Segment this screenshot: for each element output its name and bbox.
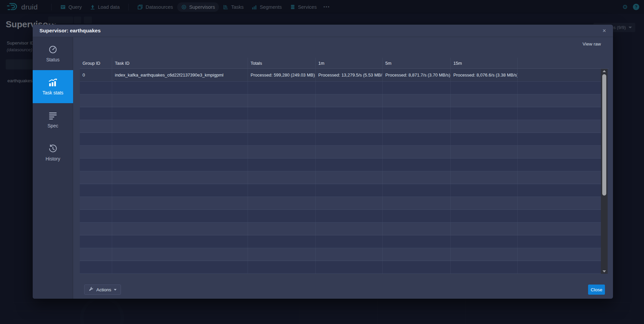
cell-empty bbox=[451, 261, 518, 273]
cell-empty bbox=[383, 261, 451, 273]
cell-empty bbox=[451, 223, 518, 235]
scroll-down-arrow[interactable] bbox=[601, 269, 608, 274]
cell-empty bbox=[451, 197, 518, 209]
cell-empty bbox=[316, 197, 383, 209]
column-header-task-id[interactable]: Task ID bbox=[112, 58, 248, 68]
cell-empty bbox=[316, 82, 383, 94]
cell-empty bbox=[80, 82, 112, 94]
table-row-empty bbox=[80, 107, 601, 120]
column-header-group-id[interactable]: Group ID bbox=[80, 58, 112, 68]
cell-empty bbox=[383, 146, 451, 158]
scroll-up-arrow[interactable] bbox=[601, 69, 608, 73]
cell-empty bbox=[383, 120, 451, 132]
cell-empty bbox=[383, 94, 451, 107]
column-header-empty bbox=[518, 58, 609, 68]
tab-history-label: History bbox=[45, 156, 60, 161]
column-header-5m[interactable]: 5m bbox=[383, 58, 451, 68]
cell-empty bbox=[316, 146, 383, 158]
cell-empty bbox=[451, 235, 518, 248]
cell-empty bbox=[451, 171, 518, 184]
column-header-15m[interactable]: 15m bbox=[451, 58, 518, 68]
wrench-icon bbox=[89, 287, 94, 293]
cell-empty bbox=[80, 133, 112, 145]
vertical-scrollbar[interactable] bbox=[601, 69, 608, 274]
cell-empty bbox=[316, 120, 383, 132]
cell-empty bbox=[451, 94, 518, 107]
cell-empty bbox=[383, 171, 451, 184]
cell-empty bbox=[112, 94, 248, 107]
cell-empty bbox=[316, 261, 383, 273]
cell-empty bbox=[248, 248, 316, 261]
table-header-row: Group ID Task ID Totals 1m 5m 15m bbox=[80, 58, 609, 69]
cell-empty bbox=[451, 184, 518, 197]
close-icon[interactable]: × bbox=[600, 27, 608, 35]
cell-empty bbox=[451, 82, 518, 94]
cell-empty bbox=[248, 133, 316, 145]
cell-empty bbox=[518, 235, 601, 248]
cell-empty bbox=[80, 107, 112, 120]
cell-empty bbox=[248, 184, 316, 197]
table-row[interactable]: 0 index_kafka_earthquakes_c6d22f2137390e… bbox=[80, 69, 601, 82]
cell-empty bbox=[518, 107, 601, 120]
cell-empty bbox=[112, 82, 248, 94]
tab-status[interactable]: Status bbox=[33, 37, 73, 70]
cell-empty bbox=[248, 261, 316, 273]
cell-empty bbox=[248, 158, 316, 171]
cell-empty bbox=[316, 210, 383, 222]
cell-empty bbox=[518, 184, 601, 197]
cell-empty bbox=[316, 133, 383, 145]
cell-empty bbox=[112, 261, 248, 273]
cell-empty bbox=[518, 94, 601, 107]
cell-empty bbox=[112, 210, 248, 222]
cell-empty bbox=[316, 171, 383, 184]
column-header-totals[interactable]: Totals bbox=[248, 58, 316, 68]
cell-empty bbox=[518, 120, 601, 132]
cell-empty bbox=[383, 184, 451, 197]
scrollbar-thumb[interactable] bbox=[602, 74, 606, 196]
cell-15m: Processed: 8,076.6/s (3.38 MB/s) bbox=[451, 69, 518, 81]
cell-empty bbox=[248, 223, 316, 235]
cell-empty bbox=[80, 146, 112, 158]
table-row-empty bbox=[80, 197, 601, 210]
table-row-empty bbox=[80, 235, 601, 248]
align-left-icon bbox=[49, 111, 57, 120]
cell-empty bbox=[316, 94, 383, 107]
view-raw-link[interactable]: View raw bbox=[582, 41, 601, 47]
tab-task-stats[interactable]: Task stats bbox=[33, 70, 73, 103]
gauge-icon bbox=[49, 45, 57, 54]
tab-spec-label: Spec bbox=[47, 123, 58, 128]
cell-group-id: 0 bbox=[80, 69, 112, 81]
bar-chart-trend-icon bbox=[48, 78, 58, 87]
cell-empty bbox=[112, 248, 248, 261]
cell-empty bbox=[518, 146, 601, 158]
cell-empty bbox=[80, 197, 112, 209]
table-row-empty bbox=[80, 171, 601, 184]
cell-empty bbox=[80, 184, 112, 197]
column-header-1m[interactable]: 1m bbox=[316, 58, 383, 68]
cell-empty bbox=[383, 223, 451, 235]
actions-button[interactable]: Actions bbox=[84, 285, 121, 295]
cell-empty bbox=[518, 133, 601, 145]
cell-empty bbox=[383, 197, 451, 209]
cell-empty bbox=[112, 197, 248, 209]
cell-empty bbox=[112, 120, 248, 132]
cell-1m: Processed: 13,279.5/s (5.53 MB/s) bbox=[316, 69, 383, 81]
cell-empty bbox=[518, 223, 601, 235]
cell-task-id: index_kafka_earthquakes_c6d22f2137390e3_… bbox=[112, 69, 248, 81]
cell-empty bbox=[518, 261, 601, 273]
table-row-empty bbox=[80, 133, 601, 146]
cell-empty bbox=[80, 235, 112, 248]
cell-empty bbox=[80, 120, 112, 132]
cell-empty bbox=[80, 210, 112, 222]
dialog-side-tabs: Status Task stats Spec bbox=[33, 37, 73, 299]
table-row-empty bbox=[80, 146, 601, 158]
cell-empty bbox=[112, 133, 248, 145]
cell-empty bbox=[112, 235, 248, 248]
tab-spec[interactable]: Spec bbox=[33, 103, 73, 136]
cell-empty bbox=[383, 248, 451, 261]
cell-empty bbox=[383, 210, 451, 222]
history-clock-icon bbox=[49, 144, 57, 153]
supervisor-dialog: Supervisor: earthquakes × Status bbox=[33, 25, 613, 299]
close-button[interactable]: Close bbox=[588, 285, 605, 295]
tab-history[interactable]: History bbox=[33, 136, 73, 169]
